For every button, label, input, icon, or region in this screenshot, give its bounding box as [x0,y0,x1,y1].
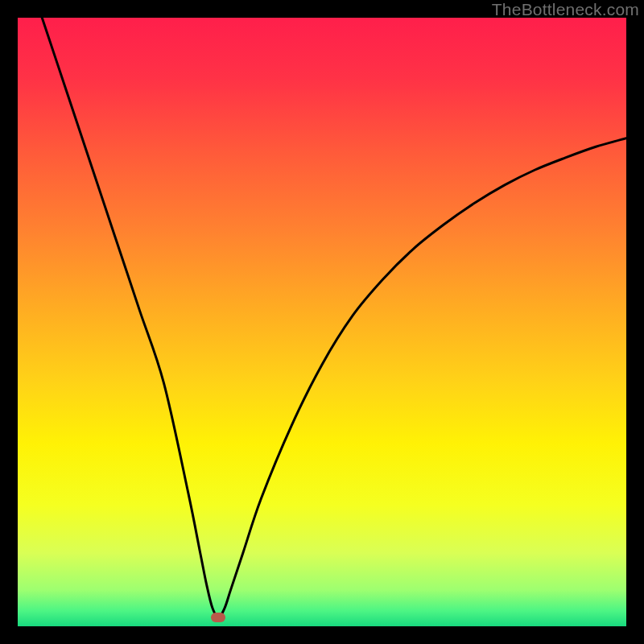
watermark-text: TheBottleneck.com [492,0,639,19]
gradient-background [18,18,626,626]
optimal-point-marker [211,613,225,622]
chart-frame [18,18,626,626]
chart-svg [18,18,626,626]
